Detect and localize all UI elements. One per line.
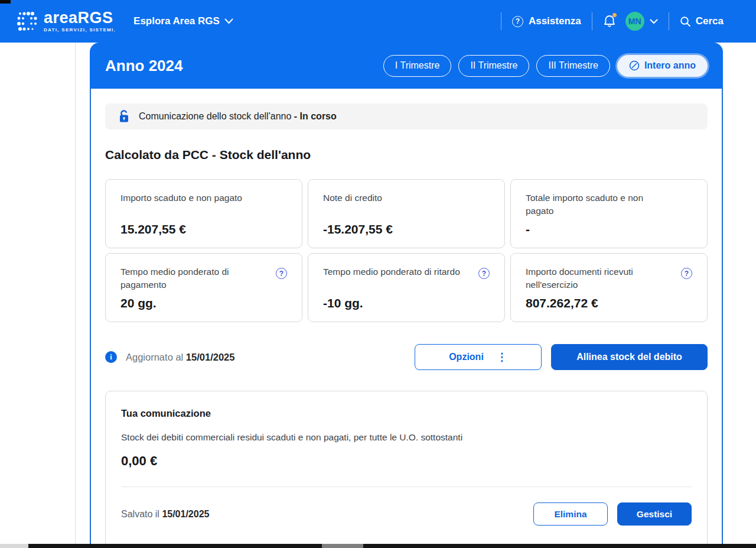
kpi-label: Totale importo scaduto e non pagato (526, 192, 673, 218)
options-label: Opzioni (449, 352, 484, 362)
taskbar-edge-left (0, 544, 28, 548)
help-circle-icon: ? (512, 16, 523, 27)
kpi-value: 20 gg. (120, 296, 287, 310)
update-row: i Aggiornato al 15/01/2025 Opzioni ⋮ All… (105, 344, 708, 370)
help-icon[interactable]: ? (478, 268, 490, 279)
manage-label: Gestisci (637, 509, 672, 520)
header-divider (669, 12, 669, 30)
year-title: Anno 2024 (105, 57, 183, 75)
chevron-down-icon (650, 19, 658, 24)
kpi-label: Tempo medio ponderato di ritardo (323, 265, 460, 278)
saved-date: 15/01/2025 (162, 509, 209, 519)
communication-title: Tua comunicazione (121, 408, 692, 419)
communication-divider (121, 487, 692, 487)
screen-corner-artifact (0, 0, 11, 4)
kpi-card-tempo-ritardo: Tempo medio ponderato di ritardo ? -10 g… (308, 253, 505, 322)
updated-at-date: 15/01/2025 (186, 352, 235, 362)
area-rgs-logo[interactable]: areaRGS DATI, SERVIZI, SISTEMI. (17, 10, 116, 33)
header-divider (592, 12, 592, 30)
kpi-card-importo-scaduto: Importo scaduto e non pagato 15.207,55 € (105, 179, 302, 248)
year-panel-header: Anno 2024 I Trimestre II Trimestre III T… (90, 43, 723, 89)
tab-q2-label: II Trimestre (470, 60, 517, 71)
status-banner-state: - In corso (294, 111, 337, 121)
delete-button[interactable]: Elimina (533, 502, 608, 526)
align-stock-button[interactable]: Allinea stock del debito (551, 344, 708, 370)
kpi-label: Note di credito (323, 192, 382, 205)
avatar[interactable]: MN (625, 12, 644, 31)
kpi-card-importo-documenti: Importo documenti ricevuti nell'esercizi… (510, 253, 708, 322)
align-stock-label: Allinea stock del debito (576, 352, 682, 362)
assistance-label: Assistenza (529, 15, 581, 27)
kpi-value: -15.207,55 € (323, 222, 490, 236)
info-icon: i (105, 351, 117, 363)
tab-full-year-label: Intero anno (644, 60, 696, 71)
chevron-down-icon (224, 18, 233, 24)
notifications-button[interactable] (603, 14, 616, 28)
communication-amount: 0,00 € (121, 453, 692, 469)
status-banner-text: Comunicazione dello stock dell'anno (139, 111, 291, 121)
kpi-cards-grid: Importo scaduto e non pagato 15.207,55 €… (105, 179, 708, 322)
tab-q1-label: I Trimestre (395, 60, 440, 71)
tab-q1[interactable]: I Trimestre (383, 55, 452, 77)
delete-label: Elimina (554, 509, 586, 520)
kpi-label: Importo documenti ricevuti nell'esercizi… (526, 265, 673, 292)
account-menu-button[interactable] (650, 19, 658, 24)
explore-menu-button[interactable]: Esplora Area RGS (133, 15, 233, 27)
kpi-card-tempo-pagamento: Tempo medio ponderato di pagamento ? 20 … (105, 253, 302, 322)
taskbar-edge (0, 544, 756, 548)
logo-dot-grid-icon (17, 10, 38, 33)
help-icon[interactable]: ? (276, 268, 287, 279)
taskbar-edge-segment (322, 544, 363, 548)
kpi-card-totale-importo: Totale importo scaduto e non pagato - (510, 179, 708, 248)
year-panel-body: Comunicazione dello stock dell'anno - In… (90, 89, 723, 544)
kpi-value: 807.262,72 € (526, 296, 692, 310)
year-panel: Anno 2024 I Trimestre II Trimestre III T… (90, 43, 723, 544)
tab-full-year[interactable]: Intero anno (617, 55, 708, 77)
assistance-button[interactable]: ? Assistenza (512, 15, 581, 27)
status-banner: Comunicazione dello stock dell'anno - In… (105, 103, 708, 129)
kpi-label: Tempo medio ponderato di pagamento (120, 265, 268, 292)
in-progress-icon (629, 60, 640, 71)
app-header: areaRGS DATI, SERVIZI, SISTEMI. Esplora … (0, 0, 756, 43)
left-gutter-divider (75, 43, 76, 544)
header-divider (501, 12, 501, 30)
updated-at-label: Aggiornato al (126, 352, 183, 362)
kpi-value: - (526, 222, 692, 236)
tab-q3[interactable]: III Trimestre (536, 55, 610, 77)
kpi-card-note-credito: Note di credito -15.207,55 € (308, 179, 505, 248)
quarter-tabs: I Trimestre II Trimestre III Trimestre I… (383, 55, 708, 77)
manage-button[interactable]: Gestisci (617, 502, 692, 526)
tab-q3-label: III Trimestre (548, 60, 598, 71)
unlocked-padlock-icon (118, 110, 130, 123)
options-button[interactable]: Opzioni ⋮ (415, 344, 542, 370)
search-icon (680, 16, 691, 27)
tab-q2[interactable]: II Trimestre (458, 55, 529, 77)
search-button[interactable]: Cerca (680, 15, 724, 27)
saved-label: Salvato il (121, 509, 159, 519)
brand-name: areaRGS (44, 10, 116, 26)
communication-description: Stock dei debiti commerciali residui sca… (121, 432, 692, 443)
section-title: Calcolato da PCC - Stock dell'anno (105, 148, 708, 162)
explore-label: Esplora Area RGS (133, 15, 220, 27)
notification-badge-dot (612, 13, 617, 17)
help-icon[interactable]: ? (681, 268, 692, 279)
search-label: Cerca (696, 15, 724, 27)
kpi-value: -10 gg. (323, 296, 490, 310)
brand-tagline: DATI, SERVIZI, SISTEMI. (44, 28, 116, 33)
kebab-menu-icon: ⋮ (497, 352, 507, 362)
communication-card: Tua comunicazione Stock dei debiti comme… (105, 391, 708, 544)
kpi-label: Importo scaduto e non pagato (120, 192, 242, 205)
kpi-value: 15.207,55 € (120, 222, 287, 236)
